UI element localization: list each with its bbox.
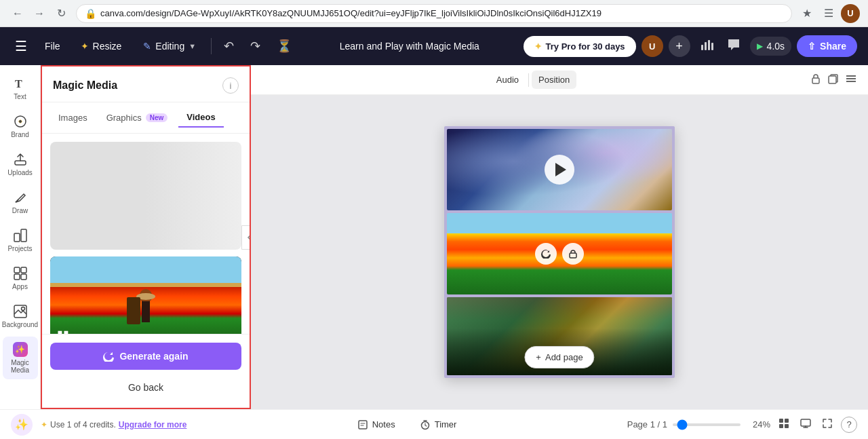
grid-view-button[interactable] [776,415,792,434]
browser-user-avatar[interactable]: U [841,4,860,23]
share-button[interactable]: ⇧ Share [797,35,857,57]
canvas-lock-button[interactable] [562,243,584,265]
playback-timer-button[interactable]: ▶ 4.0s [750,37,791,56]
zoom-level: 24% [746,419,770,430]
desktop-view-button[interactable] [797,415,814,434]
hamburger-menu-button[interactable]: ☰ [11,34,31,58]
go-back-button[interactable]: Go back [50,375,241,400]
analytics-button[interactable] [696,34,717,59]
resize-button[interactable]: ✦ Resize [74,37,129,56]
sidebar-item-draw[interactable]: Draw [3,185,38,220]
sidebar-item-projects[interactable]: Projects [3,223,38,258]
panel-title: Magic Media [53,79,117,92]
svg-rect-13 [21,274,26,280]
user-avatar-button[interactable]: U [642,35,663,57]
resize-star-icon: ✦ [81,41,89,52]
pro-star-icon: ✦ [534,41,542,52]
loading-preview [50,142,241,250]
bookmark-button[interactable]: ★ [797,4,816,23]
duplicate-button[interactable] [827,73,840,88]
canvas-image-2-overlay [447,213,672,294]
generate-again-label: Generate again [119,351,188,362]
comment-button[interactable] [723,34,745,59]
lock-button[interactable] [810,73,822,88]
generate-again-button[interactable]: Generate again [50,343,241,370]
uploads-icon [13,152,28,167]
undo-button[interactable]: ↶ [220,35,238,58]
video-preview[interactable]: ▮▮ [50,256,241,334]
projects-icon [13,228,28,243]
grid-view-icon [778,418,789,429]
notes-button[interactable]: Notes [351,415,402,434]
canvas-image-2[interactable] [447,213,672,294]
video-controls: ▮▮ [57,328,69,334]
back-button[interactable]: ← [8,4,27,23]
magic-media-label: Magic Media [5,359,35,374]
sidebar-item-brand[interactable]: Brand [3,109,38,144]
add-button[interactable]: + [669,35,690,57]
toolbar-right-actions: ✦ Try Pro for 30 days U + ▶ 4.0 [524,34,857,59]
tab-videos[interactable]: Videos [178,108,223,128]
apps-icon [13,266,28,281]
svg-rect-8 [14,233,20,242]
file-menu-button[interactable]: File [39,37,66,56]
redo-button[interactable]: ↷ [246,35,264,58]
help-button[interactable]: ? [841,417,857,433]
panel-collapse-handle[interactable] [241,225,251,250]
svg-point-15 [21,307,24,311]
svg-rect-12 [14,274,20,280]
reload-button[interactable]: ↻ [52,4,71,23]
timer-display: 4.0s [767,41,785,52]
timer-button[interactable]: Timer [413,415,464,434]
regenerate-icon [541,249,551,259]
sidebar-item-apps[interactable]: Apps [3,261,38,296]
draw-label: Draw [12,207,28,214]
background-icon [13,304,28,319]
graphics-new-badge: New [146,113,168,122]
panel-bottom-buttons: Generate again Go back [42,334,250,408]
sidebar-icons: T Text Brand [0,65,41,409]
fullscreen-icon [822,418,833,429]
try-pro-button[interactable]: ✦ Try Pro for 30 days [524,36,636,57]
forward-button[interactable]: → [30,4,49,23]
canvas-viewport[interactable]: + Add page [251,95,868,409]
tab-graphics-label: Graphics [106,113,142,123]
sidebar-item-background[interactable]: Background [3,299,38,334]
play-circle [545,155,574,185]
svg-rect-24 [785,424,789,428]
extensions-button[interactable]: ☰ [819,4,838,23]
upgrade-link[interactable]: Upgrade for more [119,420,187,430]
address-bar[interactable]: 🔒 canva.com/design/DAGe-WpXuyI/AkRTK0Y8a… [76,4,792,23]
desktop-icon [800,418,811,429]
zoom-slider[interactable] [673,423,741,426]
magic-media-icon: ✨ [13,342,28,357]
timer-icon-button[interactable]: ⏳ [273,35,296,58]
add-page-label: Add page [545,352,583,362]
draw-icon [13,190,28,205]
magic-star-button[interactable]: ✨ [11,414,33,436]
fullscreen-button[interactable] [819,415,835,434]
svg-rect-22 [785,419,789,423]
panel-info-button[interactable]: i [222,77,239,94]
tab-graphics[interactable]: Graphics New [98,108,176,128]
panel-tabs: Images Graphics New Videos [42,102,250,134]
canvas-regenerate-button[interactable] [535,243,557,265]
browser-chrome: ← → ↻ 🔒 canva.com/design/DAGe-WpXuyI/AkR… [0,0,868,27]
pause-button[interactable]: ▮▮ [57,328,69,334]
credits-star-icon: ✦ [41,420,47,430]
sidebar-item-uploads[interactable]: Uploads [3,147,38,182]
more-options-button[interactable] [845,73,857,88]
magic-media-icon-bg: ✨ [13,342,28,357]
editing-button[interactable]: ✎ Editing ▼ [136,37,203,56]
sidebar-item-text[interactable]: T Text [3,71,38,106]
audio-button[interactable]: Audio [490,71,526,89]
svg-rect-11 [21,267,26,273]
tab-images[interactable]: Images [50,108,96,128]
text-label: Text [14,93,26,100]
position-button[interactable]: Position [532,71,576,89]
sidebar-item-magic-media[interactable]: ✨ Magic Media [3,337,38,379]
editing-chevron-icon: ▼ [189,42,196,50]
add-page-button[interactable]: + Add page [524,346,594,368]
canvas-image-1[interactable] [447,129,672,210]
svg-rect-0 [701,45,703,50]
